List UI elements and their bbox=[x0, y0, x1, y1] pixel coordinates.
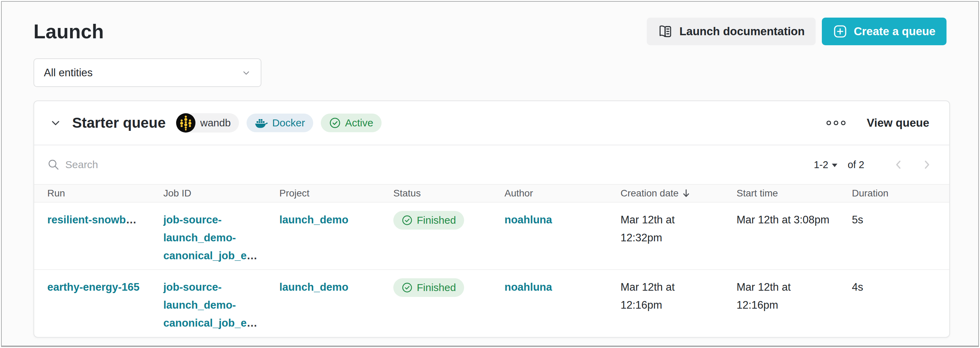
duration-cell: 4s bbox=[852, 278, 933, 296]
queue-state-badge-active: Active bbox=[321, 114, 382, 132]
queue-title: Starter queue bbox=[72, 114, 166, 131]
entity-badge-label: wandb bbox=[200, 117, 231, 129]
job-id-cell: job-source- launch_demo- canonical_job_e… bbox=[163, 278, 279, 332]
launch-page: Launch Launch documentation bbox=[1, 1, 979, 347]
check-circle-icon bbox=[329, 117, 341, 129]
job-id-link[interactable]: job-source- bbox=[163, 214, 222, 226]
book-icon bbox=[658, 24, 673, 39]
column-header-author[interactable]: Author bbox=[504, 188, 620, 199]
status-badge-label: Finished bbox=[417, 279, 456, 297]
chevron-left-icon bbox=[892, 159, 904, 170]
start-time-cell: Mar 12th at 3:08pm bbox=[737, 211, 852, 229]
column-header-creation-date[interactable]: Creation date bbox=[620, 188, 737, 199]
pagination-nav bbox=[892, 158, 933, 171]
queue-toolbar: 1-2 of 2 bbox=[34, 145, 949, 184]
entity-select-value: All entities bbox=[44, 67, 92, 79]
create-queue-label: Create a queue bbox=[854, 25, 935, 38]
queue-card-header: Starter queue wandb bbox=[34, 101, 949, 145]
topbar: Launch Launch documentation bbox=[33, 17, 947, 46]
column-header-duration[interactable]: Duration bbox=[852, 188, 933, 199]
truncation-ellipsis: … bbox=[126, 214, 137, 226]
column-header-job-id[interactable]: Job ID bbox=[163, 188, 279, 199]
overflow-menu-icon bbox=[826, 120, 846, 126]
run-link[interactable]: resilient-snowb bbox=[47, 214, 126, 226]
job-id-cell: job-source- launch_demo- canonical_job_e… bbox=[163, 211, 279, 265]
check-circle-icon bbox=[402, 215, 413, 226]
start-time-cell: Mar 12th at 12:16pm bbox=[737, 278, 852, 314]
job-id-link[interactable]: job-source- bbox=[163, 281, 222, 293]
pagination: 1-2 of 2 bbox=[814, 158, 933, 171]
view-queue-button[interactable]: View queue bbox=[867, 116, 929, 129]
status-badge: Finished bbox=[393, 278, 464, 297]
column-header-start-time[interactable]: Start time bbox=[737, 188, 852, 199]
status-cell: Finished bbox=[393, 211, 504, 231]
docker-whale-icon bbox=[255, 118, 268, 129]
run-cell: resilient-snowb… bbox=[47, 211, 163, 229]
job-id-link[interactable]: canonical_job_e bbox=[163, 249, 247, 262]
column-header-project[interactable]: Project bbox=[279, 188, 393, 199]
job-id-link[interactable]: launch_demo- bbox=[163, 232, 236, 244]
check-circle-icon bbox=[402, 282, 413, 293]
wandb-logo bbox=[176, 113, 196, 133]
status-cell: Finished bbox=[393, 278, 504, 299]
duration-cell: 5s bbox=[852, 211, 933, 229]
create-queue-button[interactable]: Create a queue bbox=[822, 17, 947, 45]
job-id-link[interactable]: canonical_job_e bbox=[163, 317, 247, 329]
truncation-ellipsis: … bbox=[247, 317, 257, 329]
search-box bbox=[47, 159, 814, 171]
job-id-link[interactable]: launch_demo- bbox=[163, 299, 236, 311]
plus-square-icon bbox=[833, 24, 847, 39]
author-link[interactable]: noahluna bbox=[504, 214, 552, 226]
table-row: earthy-energy-165 job-source- launch_dem… bbox=[34, 270, 949, 337]
creation-date-cell: Mar 12th at 12:32pm bbox=[620, 211, 737, 247]
status-badge: Finished bbox=[393, 211, 464, 230]
truncation-ellipsis: … bbox=[247, 249, 257, 262]
entity-select[interactable]: All entities bbox=[33, 58, 261, 87]
collapse-queue-button[interactable] bbox=[47, 114, 64, 131]
author-link[interactable]: noahluna bbox=[504, 281, 552, 293]
arrow-down-icon bbox=[682, 189, 690, 198]
page-title: Launch bbox=[33, 20, 104, 43]
author-cell: noahluna bbox=[504, 211, 620, 229]
project-cell: launch_demo bbox=[279, 278, 393, 296]
queue-state-badge-label: Active bbox=[345, 117, 373, 129]
project-link[interactable]: launch_demo bbox=[279, 281, 348, 293]
launch-documentation-label: Launch documentation bbox=[679, 25, 805, 38]
launch-documentation-button[interactable]: Launch documentation bbox=[647, 17, 816, 45]
queue-type-badge-label: Docker bbox=[272, 117, 305, 129]
header-actions: Launch documentation Create a queue bbox=[647, 17, 947, 45]
caret-down-icon bbox=[832, 164, 837, 167]
queue-type-badge-docker: Docker bbox=[247, 114, 313, 132]
queue-overflow-menu-button[interactable] bbox=[823, 118, 849, 129]
chevron-down-icon bbox=[241, 68, 251, 78]
status-badge-label: Finished bbox=[417, 211, 456, 229]
search-icon bbox=[47, 159, 60, 171]
page-range-selector[interactable]: 1-2 bbox=[814, 159, 837, 170]
search-input[interactable] bbox=[65, 159, 307, 170]
table-header-row: Run Job ID Project Status Author Creatio… bbox=[34, 184, 949, 203]
page-total-label: of 2 bbox=[848, 159, 864, 170]
prev-page-button[interactable] bbox=[892, 158, 905, 171]
run-link[interactable]: earthy-energy-165 bbox=[47, 281, 140, 293]
chevron-right-icon bbox=[921, 159, 933, 170]
project-cell: launch_demo bbox=[279, 211, 393, 229]
chevron-down-icon bbox=[49, 117, 62, 129]
author-cell: noahluna bbox=[504, 278, 620, 296]
queue-card: Starter queue wandb bbox=[33, 100, 950, 338]
table-row: resilient-snowb… job-source- launch_demo… bbox=[34, 203, 949, 270]
creation-date-cell: Mar 12th at 12:16pm bbox=[620, 278, 737, 314]
column-header-run[interactable]: Run bbox=[47, 188, 163, 199]
run-cell: earthy-energy-165 bbox=[47, 278, 163, 296]
column-header-status[interactable]: Status bbox=[393, 188, 504, 199]
entity-badge-wandb[interactable]: wandb bbox=[176, 113, 239, 133]
next-page-button[interactable] bbox=[920, 158, 933, 171]
page-range-label: 1-2 bbox=[814, 159, 829, 170]
project-link[interactable]: launch_demo bbox=[279, 214, 348, 226]
